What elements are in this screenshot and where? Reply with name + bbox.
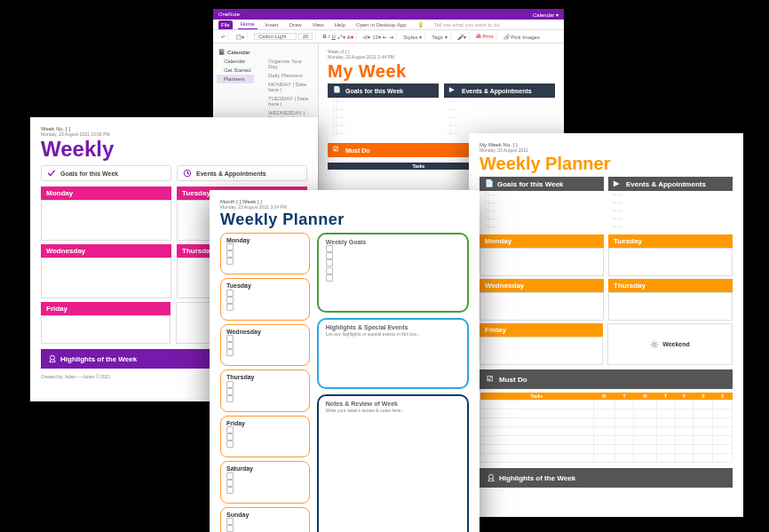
ribbon-icon: [487, 473, 495, 482]
goals-header: Goals for this Week: [41, 165, 171, 181]
underline-btn[interactable]: U: [331, 34, 335, 39]
fri-box: [480, 337, 603, 365]
italic-btn[interactable]: I: [329, 34, 330, 39]
dictate-btn[interactable]: 🎤▾: [457, 34, 466, 40]
tue-header: Tuesday: [608, 234, 733, 248]
thu-box: [608, 292, 733, 321]
svg-line-17: [656, 346, 657, 347]
nav-section-calendar[interactable]: Calendar: [217, 57, 254, 66]
goals-header: 📄Goals for this Week: [328, 83, 439, 98]
font-name[interactable]: Calibri Light: [254, 33, 297, 40]
orange-planner-card: My Week No. [ ] Monday, 23 August 2021 W…: [469, 133, 743, 517]
wed-box: [41, 258, 171, 298]
notes-box: Notes & Review of Week Write your week's…: [317, 394, 469, 532]
tell-me[interactable]: Tell me what you want to do: [432, 20, 503, 29]
numbering-btn[interactable]: 1≡▾: [372, 34, 381, 40]
notebook-picker[interactable]: Calendar ▾: [533, 12, 559, 18]
mon-box: [41, 200, 171, 241]
card-title: Weekly: [41, 139, 307, 160]
sat-box: Saturday: [220, 461, 310, 503]
bullets-btn[interactable]: •≡▾: [363, 34, 371, 40]
indent-btn[interactable]: ⇥: [389, 34, 393, 40]
highlights-box: Highlights & Special Events List any hig…: [317, 318, 469, 389]
goals-list: ☐ —☐ —☐ —☐ —☐ —: [328, 98, 439, 138]
fri-box: [41, 315, 170, 344]
bold-btn[interactable]: B: [322, 34, 326, 39]
tab-file[interactable]: File: [218, 20, 233, 29]
card-title: Weekly Planner: [220, 211, 469, 227]
events-list: • —• —• —• —• —: [444, 98, 555, 138]
card-title: Weekly Planner: [480, 155, 733, 172]
goals-header: 📄Goals for this Week: [480, 177, 604, 191]
sun-icon: [650, 340, 659, 349]
svg-point-20: [489, 474, 494, 479]
tab-view[interactable]: View: [310, 20, 327, 29]
clock-icon: [183, 169, 192, 178]
outdent-btn[interactable]: ⇤: [383, 34, 387, 40]
svg-point-10: [51, 355, 55, 360]
weekend-box: Weekend: [607, 323, 733, 365]
nav-section-getstarted[interactable]: Get Started: [217, 66, 254, 75]
ribbon-toolbar: ↶ 📋▾ Calibri Light20 B I U 🖍▾ A▾ •≡▾ 1≡▾…: [213, 30, 564, 44]
font-color-btn[interactable]: A▾: [347, 34, 353, 40]
thu-box: Thursday: [220, 369, 310, 411]
mon-box: [480, 248, 604, 276]
app-name: OneNote: [218, 12, 240, 17]
fri-box: Friday: [220, 416, 310, 457]
nav-page[interactable]: Organize Your Day: [254, 57, 314, 71]
page-date: Monday, 23 August 2021 2:44 PM: [328, 54, 555, 60]
events-header: Events & Appointments: [177, 165, 307, 181]
wed-box: [480, 292, 604, 321]
date-line: Monday, 23 August 2021 3:14 PM: [220, 204, 469, 210]
nav-section-planners[interactable]: Planners: [217, 75, 254, 83]
mon-header: Monday: [480, 234, 604, 248]
center-planner-card: Month [ ] Week [ ] Monday, 23 August 202…: [210, 190, 480, 532]
tue-box: Tuesday: [220, 278, 310, 320]
nav-page[interactable]: Daily Planners: [254, 71, 314, 80]
sun-box: Sunday: [220, 507, 310, 532]
mustdo-header: ☑Must Do: [480, 369, 733, 389]
svg-line-19: [656, 341, 657, 342]
tue-box: [608, 248, 733, 276]
mon-box: Monday: [220, 233, 310, 274]
nav-page[interactable]: MONDAY | Date here |: [254, 80, 314, 94]
tab-draw[interactable]: Draw: [287, 20, 305, 29]
fri-header: Friday: [480, 323, 603, 337]
font-size[interactable]: 20: [298, 33, 313, 40]
thu-header: Thursday: [608, 279, 733, 292]
events-list: • —• —• —• —• —: [608, 191, 733, 231]
date-line: Monday, 23 August 2021: [480, 147, 733, 153]
print-btn[interactable]: 🖶 Print: [476, 34, 494, 39]
fri-header: Friday: [41, 302, 170, 315]
weekly-goals-box: Weekly Goals: [317, 233, 469, 313]
check-icon: [47, 169, 56, 178]
mon-header: Monday: [41, 187, 171, 200]
svg-line-18: [652, 346, 653, 347]
clipboard[interactable]: 📋▾: [233, 32, 248, 41]
undo-btn[interactable]: ↶: [218, 32, 229, 41]
tab-insert[interactable]: Insert: [263, 20, 281, 29]
ribbon-tabs: File Home Insert Draw View Help Open in …: [213, 20, 564, 30]
page-title: My Week: [328, 62, 555, 80]
svg-line-16: [652, 341, 653, 342]
tags-btn[interactable]: Tags ▾: [432, 34, 447, 40]
nav-notebook[interactable]: 📓 Calendar: [217, 47, 314, 57]
highlight-btn[interactable]: 🖍▾: [337, 34, 345, 40]
wed-header: Wednesday: [41, 244, 171, 258]
nav-page[interactable]: TUESDAY | Date here |: [254, 94, 314, 108]
wed-box: Wednesday: [220, 324, 310, 366]
styles-btn[interactable]: Styles ▾: [403, 34, 422, 40]
goals-list: ☐ —☐ —☐ —☐ —☐ —: [480, 191, 604, 231]
highlights-header: Highlights of the Week: [480, 468, 733, 488]
share-btn[interactable]: 🔗 Pick Images: [503, 34, 540, 40]
events-header: ▶Events & Appointments: [608, 177, 733, 191]
tab-help[interactable]: Help: [332, 20, 348, 29]
ribbon-icon: [48, 354, 57, 363]
tab-home[interactable]: Home: [238, 20, 258, 29]
wed-header: Wednesday: [480, 279, 604, 292]
onenote-titlebar: OneNote Calendar ▾: [213, 9, 564, 20]
svg-point-11: [653, 343, 656, 346]
open-desktop[interactable]: Open in Desktop App: [353, 20, 409, 29]
tasks-table: TasksMTWTFSS: [480, 393, 733, 463]
events-header: ▶Events & Appointments: [444, 83, 555, 98]
